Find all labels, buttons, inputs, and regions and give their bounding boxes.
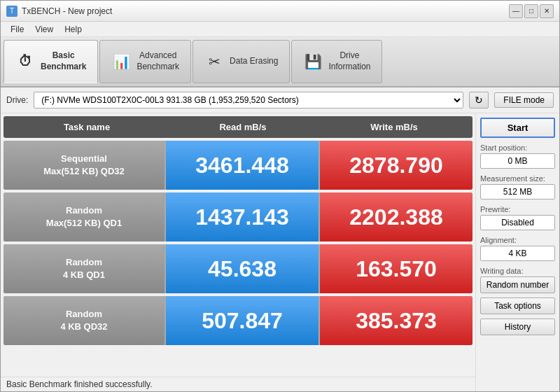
row4-read: 507.847 bbox=[164, 296, 318, 345]
tab-advanced-benchmark-label: AdvancedBenchmark bbox=[136, 50, 179, 72]
writing-data-section: Writing data: Random number bbox=[480, 265, 555, 293]
sidebar: Start Start position: 0 MB Measurement s… bbox=[475, 113, 559, 391]
title-bar: T TxBENCH - New project — □ ✕ bbox=[1, 1, 559, 22]
task-options-button[interactable]: Task options bbox=[480, 298, 555, 314]
tab-drive-information[interactable]: 💾 DriveInformation bbox=[291, 40, 382, 83]
data-erasing-icon: ✂ bbox=[204, 53, 224, 70]
start-button[interactable]: Start bbox=[480, 118, 555, 138]
alignment-value: 4 KB bbox=[480, 246, 555, 261]
header-write: Write mB/s bbox=[318, 120, 470, 134]
row2-name: RandomMax(512 KB) QD1 bbox=[4, 192, 164, 241]
menu-bar: File View Help bbox=[1, 22, 559, 37]
file-mode-button[interactable]: FILE mode bbox=[494, 92, 554, 108]
results-area: Task name Read mB/s Write mB/s Sequentia… bbox=[1, 113, 475, 391]
prewrite-value: Disabled bbox=[480, 215, 555, 230]
row1-name: SequentialMax(512 KB) QD32 bbox=[4, 141, 164, 190]
row4-name: Random4 KB QD32 bbox=[4, 296, 164, 345]
row2-write: 2202.388 bbox=[318, 192, 472, 241]
main-window: T TxBENCH - New project — □ ✕ File View … bbox=[0, 0, 560, 392]
table-header: Task name Read mB/s Write mB/s bbox=[4, 116, 472, 138]
table-row: Random4 KB QD1 45.638 163.570 bbox=[4, 244, 472, 293]
row3-read: 45.638 bbox=[164, 244, 318, 293]
row3-write: 163.570 bbox=[318, 244, 472, 293]
benchmark-rows: SequentialMax(512 KB) QD32 3461.448 2878… bbox=[1, 139, 475, 377]
row3-name: Random4 KB QD1 bbox=[4, 244, 164, 293]
writing-data-label: Writing data: bbox=[480, 267, 555, 275]
start-position-value: 0 MB bbox=[480, 153, 555, 169]
drive-select[interactable]: (F:) NVMe WDS100T2X0C-00L3 931.38 GB (1,… bbox=[34, 92, 463, 108]
row4-write: 385.373 bbox=[318, 296, 472, 345]
alignment-label: Alignment: bbox=[480, 236, 555, 244]
measurement-size-section: Measurement size: 512 MB bbox=[480, 173, 555, 200]
menu-help[interactable]: Help bbox=[60, 23, 86, 36]
close-button[interactable]: ✕ bbox=[540, 4, 554, 18]
status-text: Basic Benchmark finished successfully. bbox=[6, 379, 153, 389]
drive-refresh-button[interactable]: ↻ bbox=[469, 92, 489, 108]
tab-data-erasing-label: Data Erasing bbox=[230, 56, 278, 67]
basic-benchmark-icon: ⏱ bbox=[15, 53, 35, 69]
prewrite-label: Prewrite: bbox=[480, 205, 555, 214]
window-controls: — □ ✕ bbox=[509, 4, 554, 18]
drive-information-icon: 💾 bbox=[303, 53, 323, 70]
table-row: RandomMax(512 KB) QD1 1437.143 2202.388 bbox=[4, 192, 472, 241]
tab-basic-benchmark[interactable]: ⏱ BasicBenchmark bbox=[4, 40, 98, 83]
status-bar: Basic Benchmark finished successfully. bbox=[1, 377, 475, 391]
start-position-label: Start position: bbox=[480, 144, 555, 152]
table-row: SequentialMax(512 KB) QD32 3461.448 2878… bbox=[4, 141, 472, 190]
history-button[interactable]: History bbox=[480, 318, 555, 335]
app-icon: T bbox=[6, 6, 18, 17]
measurement-size-label: Measurement size: bbox=[480, 174, 555, 183]
row2-read: 1437.143 bbox=[164, 192, 318, 241]
refresh-icon: ↻ bbox=[475, 94, 483, 106]
title-bar-left: T TxBENCH - New project bbox=[6, 6, 112, 17]
minimize-button[interactable]: — bbox=[509, 4, 523, 18]
row1-write: 2878.790 bbox=[318, 141, 472, 190]
tab-advanced-benchmark[interactable]: 📊 AdvancedBenchmark bbox=[99, 40, 191, 83]
header-read: Read mB/s bbox=[167, 120, 318, 134]
advanced-benchmark-icon: 📊 bbox=[111, 53, 131, 70]
alignment-section: Alignment: 4 KB bbox=[480, 234, 555, 261]
header-task-name: Task name bbox=[6, 120, 167, 134]
menu-view[interactable]: View bbox=[31, 23, 57, 36]
tab-data-erasing[interactable]: ✂ Data Erasing bbox=[192, 40, 290, 83]
tab-basic-benchmark-label: BasicBenchmark bbox=[41, 50, 86, 72]
tab-drive-information-label: DriveInformation bbox=[328, 50, 370, 72]
toolbar: ⏱ BasicBenchmark 📊 AdvancedBenchmark ✂ D… bbox=[1, 37, 559, 88]
drive-label: Drive: bbox=[6, 95, 28, 105]
drive-bar: Drive: (F:) NVMe WDS100T2X0C-00L3 931.38… bbox=[1, 88, 559, 113]
maximize-button[interactable]: □ bbox=[524, 4, 538, 18]
window-title: TxBENCH - New project bbox=[22, 6, 112, 16]
prewrite-section: Prewrite: Disabled bbox=[480, 204, 555, 230]
table-row: Random4 KB QD32 507.847 385.373 bbox=[4, 296, 472, 345]
row1-read: 3461.448 bbox=[164, 141, 318, 190]
menu-file[interactable]: File bbox=[6, 23, 28, 36]
writing-data-button[interactable]: Random number bbox=[480, 276, 555, 293]
start-position-section: Start position: 0 MB bbox=[480, 142, 555, 169]
measurement-size-value: 512 MB bbox=[480, 184, 555, 200]
main-content: Task name Read mB/s Write mB/s Sequentia… bbox=[1, 113, 559, 391]
